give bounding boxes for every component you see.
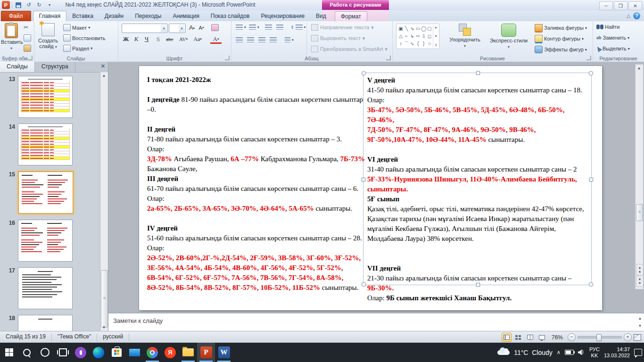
main-scrollbar[interactable]: ▲ ▼ [635,64,644,289]
save-button[interactable] [14,1,23,9]
minimize-ribbon-icon[interactable]: △ [627,13,630,18]
italic-button[interactable]: К [132,34,140,44]
shape-icon[interactable]: ⇨ [415,33,421,40]
shape-icon[interactable]: ☆ [427,40,432,48]
decrease-indent-button[interactable] [265,25,272,30]
shape-icon[interactable]: ╲ [404,25,409,33]
resize-handle[interactable] [476,71,480,75]
shape-outline-button[interactable]: Контур фигуры ▾ [535,35,584,42]
zoom-slider-thumb[interactable] [596,334,602,341]
reading-view-button[interactable] [525,333,535,342]
shape-icon[interactable]: ◯ [421,25,427,33]
shape-icon[interactable]: △ [398,33,404,40]
shape-icon[interactable]: ▢ [427,25,432,33]
zoom-level[interactable]: 76% [552,334,563,341]
normal-view-button[interactable] [502,333,512,342]
section-button[interactable]: Раздел ▾ [63,45,92,52]
theme-indicator[interactable]: "Тема Office" [52,331,97,342]
shape-icon[interactable]: ⇩ [421,33,427,40]
slide-canvas[interactable]: I тоқсан 2021-2022ж I деңгейде 81-90 пай… [139,66,602,310]
shape-icon[interactable]: ⇘ [409,25,415,33]
restore-button[interactable]: ❐ [614,1,627,10]
reset-button[interactable]: Восстановить [63,34,105,41]
panel-scrollbar[interactable]: ▲ ▼ [100,72,108,331]
action-center-icon[interactable] [634,349,642,356]
slide-sorter-button[interactable] [513,333,523,342]
tab-анимация[interactable]: Анимация [167,11,205,21]
text-direction-button[interactable]: Направление текста ▾ [311,24,374,31]
minimize-button[interactable]: ─ [599,1,613,10]
shrink-font-button[interactable]: A▾ [197,23,206,32]
scroll-down-icon[interactable]: ▼ [101,324,107,330]
font-name-combobox[interactable]: ▾ [122,24,168,33]
hidden-icons-chevron[interactable]: ∧ [557,349,561,355]
align-right-button[interactable] [258,37,265,42]
tab-главная[interactable]: Главная [33,11,67,21]
language-indicator[interactable]: русский [97,331,129,342]
shape-icon[interactable]: ◻ [427,33,432,40]
font-size-combobox[interactable]: ▾ [169,24,186,33]
shape-icon[interactable]: ▣ [398,25,404,33]
powerpoint-app-icon[interactable]: P [2,1,10,9]
tab-slides[interactable]: Слайды [0,62,35,72]
taskbar-button-cortana[interactable] [36,343,54,362]
text-shadow-button[interactable]: S [154,34,162,44]
slide-thumbnail-16[interactable] [18,220,73,262]
find-button[interactable]: Найти [596,24,619,30]
weather-widget[interactable]: 11°C Cloudy [514,349,553,356]
weather-cloud-icon[interactable] [497,350,510,355]
bullets-button[interactable]: ▾ [236,25,246,30]
line-spacing-button[interactable]: ⇕▾ [290,25,305,30]
taskbar-button-yandex[interactable]: Я [161,343,179,362]
shape-icon[interactable]: ⌐ [404,33,409,40]
previous-slide-button[interactable]: ▲▲ [636,264,644,275]
zoom-out-button[interactable]: − [568,333,576,341]
shape-fill-button[interactable]: Заливка фигуры ▾ [535,24,587,32]
tab-вид[interactable]: Вид [310,11,332,21]
zoom-in-button[interactable]: + [624,333,632,341]
close-button[interactable]: ✕ [628,1,642,10]
shape-icon[interactable]: ↳ [409,33,415,40]
close-panel-icon[interactable]: ✕ [101,63,105,69]
tab-формат[interactable]: Формат [335,11,367,22]
help-button[interactable]: ? [633,12,640,19]
drawing-dialog-launcher[interactable] [586,56,591,60]
scroll-up-icon[interactable]: ▲ [637,315,643,321]
taskbar-button-task-view[interactable] [54,343,72,362]
battery-icon[interactable] [565,350,574,355]
scroll-up-icon[interactable]: ▲ [101,73,107,79]
taskbar-button-search[interactable] [18,343,36,362]
arrange-button[interactable]: Упорядочить▾ [445,24,485,49]
tab-вставка[interactable]: Вставка [66,11,99,21]
slide-thumbnail-14[interactable] [18,123,73,165]
slide-indicator[interactable]: Слайд 15 из 19 [0,331,51,342]
shape-icon[interactable]: ▭ [415,25,421,33]
align-left-button[interactable] [236,37,243,42]
select-button[interactable]: Выделить ▾ [596,46,630,51]
shape-icon[interactable]: { [415,40,421,48]
scrollbar-thumb[interactable] [636,204,643,221]
font-dialog-launcher[interactable] [225,56,230,60]
scroll-up-icon[interactable]: ▲ [636,65,642,71]
right-text-box[interactable]: V деңгей41-50 пайыз аралығында білім сап… [367,75,591,303]
scroll-down-icon[interactable]: ▼ [637,323,643,329]
paste-button[interactable]: Вставить▾ [1,23,22,51]
left-text-box[interactable]: I тоқсан 2021-2022ж I деңгейде 81-90 пай… [147,75,365,293]
scrollbar-thumb[interactable] [101,270,108,328]
clear-formatting-button[interactable] [210,23,220,32]
underline-button[interactable]: Ч [142,34,151,44]
tab-файл[interactable]: Файл [1,11,31,21]
clock[interactable]: 14:3713.03.2022 [604,346,630,359]
taskbar-button-mail[interactable] [125,343,143,362]
shape-icon[interactable]: ≀ [398,40,404,48]
new-slide-button[interactable]: ✱ Создать слайд ▾ [36,23,60,50]
convert-smartart-button[interactable]: Преобразовать в SmartArt ▾ [311,46,388,52]
taskbar-button-word[interactable]: W [215,343,233,362]
resize-handle[interactable] [589,71,593,75]
copy-button[interactable] [24,34,31,41]
change-case-button[interactable]: Aa▾ [191,34,204,44]
shape-icon[interactable]: ∿ [409,40,415,48]
taskbar-button-chrome[interactable] [143,343,161,362]
slide-thumbnail-18[interactable] [18,315,73,331]
justify-button[interactable] [270,37,277,42]
